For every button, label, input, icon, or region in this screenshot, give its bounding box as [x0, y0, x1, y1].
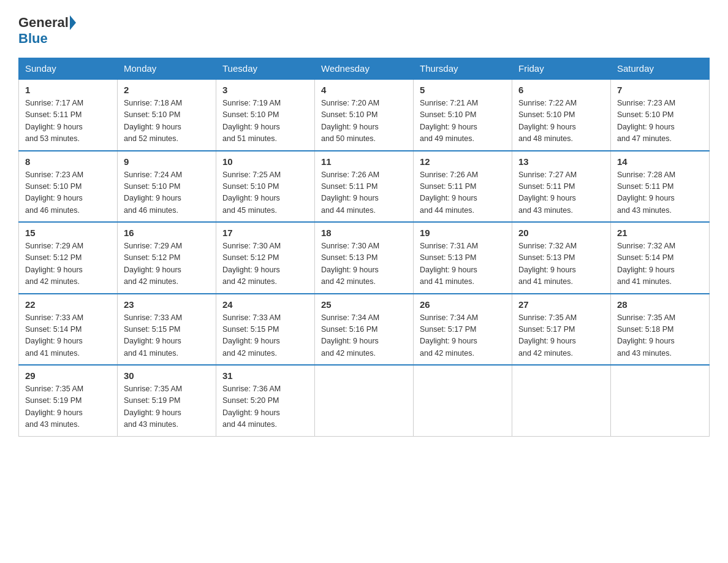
- logo-general-text: General: [18, 15, 69, 31]
- calendar-cell: 7 Sunrise: 7:23 AMSunset: 5:10 PMDayligh…: [611, 79, 710, 151]
- calendar-table: Sunday Monday Tuesday Wednesday Thursday…: [18, 58, 710, 437]
- calendar-cell: [611, 365, 710, 436]
- calendar-cell: 13 Sunrise: 7:27 AMSunset: 5:11 PMDaylig…: [512, 151, 611, 223]
- calendar-week-row: 29 Sunrise: 7:35 AMSunset: 5:19 PMDaylig…: [19, 365, 710, 436]
- calendar-cell: 26 Sunrise: 7:34 AMSunset: 5:17 PMDaylig…: [414, 294, 512, 366]
- day-info: Sunrise: 7:30 AMSunset: 5:12 PMDaylight:…: [222, 240, 308, 288]
- day-info: Sunrise: 7:34 AMSunset: 5:16 PMDaylight:…: [321, 312, 407, 360]
- calendar-cell: 14 Sunrise: 7:28 AMSunset: 5:11 PMDaylig…: [611, 151, 710, 223]
- day-number: 21: [617, 228, 703, 238]
- day-number: 20: [518, 228, 604, 238]
- day-number: 17: [222, 228, 308, 238]
- calendar-cell: 16 Sunrise: 7:29 AMSunset: 5:12 PMDaylig…: [118, 222, 216, 294]
- day-info: Sunrise: 7:34 AMSunset: 5:17 PMDaylight:…: [420, 312, 506, 360]
- day-number: 27: [518, 299, 604, 310]
- calendar-cell: 17 Sunrise: 7:30 AMSunset: 5:12 PMDaylig…: [216, 222, 315, 294]
- day-info: Sunrise: 7:35 AMSunset: 5:18 PMDaylight:…: [617, 312, 703, 360]
- day-info: Sunrise: 7:31 AMSunset: 5:13 PMDaylight:…: [420, 240, 506, 288]
- calendar-cell: 6 Sunrise: 7:22 AMSunset: 5:10 PMDayligh…: [512, 79, 611, 151]
- day-number: 15: [25, 228, 111, 238]
- header-thursday: Thursday: [414, 58, 512, 80]
- day-number: 10: [222, 156, 308, 167]
- calendar-cell: 3 Sunrise: 7:19 AMSunset: 5:10 PMDayligh…: [216, 79, 315, 151]
- day-number: 1: [25, 85, 111, 95]
- calendar-cell: 27 Sunrise: 7:35 AMSunset: 5:17 PMDaylig…: [512, 294, 611, 366]
- logo-blue-text: Blue: [18, 31, 48, 46]
- day-info: Sunrise: 7:33 AMSunset: 5:15 PMDaylight:…: [124, 312, 210, 360]
- day-number: 3: [222, 85, 308, 95]
- day-info: Sunrise: 7:24 AMSunset: 5:10 PMDaylight:…: [124, 169, 210, 217]
- calendar-cell: [414, 365, 512, 436]
- day-number: 29: [25, 370, 111, 381]
- calendar-cell: 1 Sunrise: 7:17 AMSunset: 5:11 PMDayligh…: [19, 79, 118, 151]
- calendar-cell: 5 Sunrise: 7:21 AMSunset: 5:10 PMDayligh…: [414, 79, 512, 151]
- header-sunday: Sunday: [19, 58, 118, 80]
- page-header: General Blue: [18, 15, 710, 47]
- calendar-cell: 21 Sunrise: 7:32 AMSunset: 5:14 PMDaylig…: [611, 222, 710, 294]
- day-info: Sunrise: 7:28 AMSunset: 5:11 PMDaylight:…: [617, 169, 703, 217]
- day-number: 26: [420, 299, 506, 310]
- day-number: 5: [420, 85, 506, 95]
- day-number: 14: [617, 156, 703, 167]
- day-info: Sunrise: 7:23 AMSunset: 5:10 PMDaylight:…: [25, 169, 111, 217]
- calendar-week-row: 22 Sunrise: 7:33 AMSunset: 5:14 PMDaylig…: [19, 294, 710, 366]
- header-tuesday: Tuesday: [216, 58, 315, 80]
- day-number: 13: [518, 156, 604, 167]
- day-number: 31: [222, 370, 308, 381]
- calendar-week-row: 15 Sunrise: 7:29 AMSunset: 5:12 PMDaylig…: [19, 222, 710, 294]
- day-number: 30: [124, 370, 210, 381]
- calendar-cell: 19 Sunrise: 7:31 AMSunset: 5:13 PMDaylig…: [414, 222, 512, 294]
- calendar-cell: 18 Sunrise: 7:30 AMSunset: 5:13 PMDaylig…: [315, 222, 414, 294]
- calendar-cell: 22 Sunrise: 7:33 AMSunset: 5:14 PMDaylig…: [19, 294, 118, 366]
- day-number: 7: [617, 85, 703, 95]
- day-info: Sunrise: 7:23 AMSunset: 5:10 PMDaylight:…: [617, 98, 703, 145]
- calendar-cell: 23 Sunrise: 7:33 AMSunset: 5:15 PMDaylig…: [118, 294, 216, 366]
- day-number: 9: [124, 156, 210, 167]
- day-info: Sunrise: 7:35 AMSunset: 5:19 PMDaylight:…: [124, 383, 210, 431]
- calendar-cell: 8 Sunrise: 7:23 AMSunset: 5:10 PMDayligh…: [19, 151, 118, 223]
- day-number: 24: [222, 299, 308, 310]
- calendar-cell: [512, 365, 611, 436]
- day-number: 16: [124, 228, 210, 238]
- day-info: Sunrise: 7:35 AMSunset: 5:17 PMDaylight:…: [518, 312, 604, 360]
- calendar-cell: 11 Sunrise: 7:26 AMSunset: 5:11 PMDaylig…: [315, 151, 414, 223]
- day-info: Sunrise: 7:18 AMSunset: 5:10 PMDaylight:…: [124, 98, 210, 145]
- day-number: 6: [518, 85, 604, 95]
- day-info: Sunrise: 7:27 AMSunset: 5:11 PMDaylight:…: [518, 169, 604, 217]
- calendar-cell: 4 Sunrise: 7:20 AMSunset: 5:10 PMDayligh…: [315, 79, 414, 151]
- day-number: 18: [321, 228, 407, 238]
- calendar-cell: [315, 365, 414, 436]
- day-info: Sunrise: 7:20 AMSunset: 5:10 PMDaylight:…: [321, 98, 407, 145]
- header-wednesday: Wednesday: [315, 58, 414, 80]
- calendar-cell: 28 Sunrise: 7:35 AMSunset: 5:18 PMDaylig…: [611, 294, 710, 366]
- day-number: 4: [321, 85, 407, 95]
- day-info: Sunrise: 7:26 AMSunset: 5:11 PMDaylight:…: [321, 169, 407, 217]
- day-number: 12: [420, 156, 506, 167]
- day-number: 28: [617, 299, 703, 310]
- day-number: 2: [124, 85, 210, 95]
- day-info: Sunrise: 7:30 AMSunset: 5:13 PMDaylight:…: [321, 240, 407, 288]
- day-info: Sunrise: 7:36 AMSunset: 5:20 PMDaylight:…: [222, 383, 308, 431]
- day-info: Sunrise: 7:19 AMSunset: 5:10 PMDaylight:…: [222, 98, 308, 145]
- calendar-cell: 25 Sunrise: 7:34 AMSunset: 5:16 PMDaylig…: [315, 294, 414, 366]
- calendar-cell: 15 Sunrise: 7:29 AMSunset: 5:12 PMDaylig…: [19, 222, 118, 294]
- calendar-week-row: 8 Sunrise: 7:23 AMSunset: 5:10 PMDayligh…: [19, 151, 710, 223]
- calendar-cell: 10 Sunrise: 7:25 AMSunset: 5:10 PMDaylig…: [216, 151, 315, 223]
- day-info: Sunrise: 7:21 AMSunset: 5:10 PMDaylight:…: [420, 98, 506, 145]
- day-info: Sunrise: 7:35 AMSunset: 5:19 PMDaylight:…: [25, 383, 111, 431]
- day-number: 11: [321, 156, 407, 167]
- day-number: 22: [25, 299, 111, 310]
- header-monday: Monday: [118, 58, 216, 80]
- day-info: Sunrise: 7:25 AMSunset: 5:10 PMDaylight:…: [222, 169, 308, 217]
- calendar-cell: 20 Sunrise: 7:32 AMSunset: 5:13 PMDaylig…: [512, 222, 611, 294]
- calendar-cell: 9 Sunrise: 7:24 AMSunset: 5:10 PMDayligh…: [118, 151, 216, 223]
- day-info: Sunrise: 7:32 AMSunset: 5:13 PMDaylight:…: [518, 240, 604, 288]
- day-number: 19: [420, 228, 506, 238]
- calendar-week-row: 1 Sunrise: 7:17 AMSunset: 5:11 PMDayligh…: [19, 79, 710, 151]
- day-info: Sunrise: 7:17 AMSunset: 5:11 PMDaylight:…: [25, 98, 111, 145]
- calendar-cell: 29 Sunrise: 7:35 AMSunset: 5:19 PMDaylig…: [19, 365, 118, 436]
- day-number: 8: [25, 156, 111, 167]
- header-saturday: Saturday: [611, 58, 710, 80]
- day-info: Sunrise: 7:33 AMSunset: 5:15 PMDaylight:…: [222, 312, 308, 360]
- day-info: Sunrise: 7:22 AMSunset: 5:10 PMDaylight:…: [518, 98, 604, 145]
